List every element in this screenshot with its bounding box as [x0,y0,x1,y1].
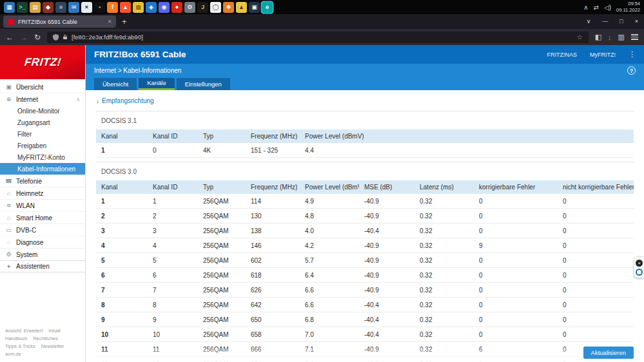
sidebar-item-internet[interactable]: ⊕Internet∧ [0,93,85,105]
back-button[interactable]: ← [6,33,14,42]
chat-app-icon[interactable]: ◉ [159,2,170,13]
network-icon[interactable]: ⇄ [594,4,599,11]
menu-icon[interactable] [631,34,638,40]
diagnose-icon: ◌ [5,239,12,245]
x-server-icon[interactable]: × [81,2,92,13]
footer-link[interactable]: Handbuch [5,336,27,341]
new-tab-button[interactable]: + [122,17,127,26]
url-bar[interactable]: [fe80::2e3a:fdff:fe9d:ab90] ☆ [47,32,589,43]
system-tray: ∧ ⇄ ◁) 09:54 09.11.2022 [583,1,640,14]
package-manager-icon[interactable]: ◆ [43,2,54,13]
table-cell: 256QAM [198,224,246,238]
myfritz-link[interactable]: MyFRITZ! [590,52,616,58]
refresh-button[interactable]: Aktualisieren [583,347,634,359]
settings-app-icon[interactable]: ⚙ [184,2,195,13]
fritznas-link[interactable]: FRITZ!NAS [547,52,578,58]
library-icon[interactable]: ▥ [618,33,625,41]
table-cell: 11 [148,342,198,357]
mail-client-icon[interactable]: ✉ [68,2,79,13]
tab-close-icon[interactable]: × [108,18,112,25]
tab-kanaele[interactable]: Kanäle [139,78,175,90]
sidebar-item-zugangsart[interactable]: Zugangsart [0,117,85,128]
sidebar-item-heimnetz[interactable]: ⌂Heimnetz [0,187,85,199]
file-manager-icon[interactable]: ▤ [30,2,41,13]
code-editor-icon[interactable]: ≡ [55,2,66,13]
image-editor-icon[interactable]: ▩ [133,2,144,13]
ide-icon[interactable]: J [197,2,208,13]
sidebar-item-label: Filter [17,131,32,138]
footer-link[interactable]: Ansicht: Erweitert [5,328,43,334]
widget-extension-icon[interactable] [636,269,643,276]
fritz-logo[interactable]: FRITZ! [0,45,85,79]
extensions-icon[interactable]: ◧ [595,33,601,41]
table-cell: 4.2 [300,238,359,253]
window-maximize-button[interactable]: □ [614,14,629,29]
sidebar-item-system[interactable]: ⚙System [0,248,85,260]
jump-link[interactable]: ↓ Empfangsrichtung [96,97,634,104]
table-cell: 602 [246,253,300,268]
home-network-icon: ⌂ [5,190,12,196]
build-tool-icon[interactable]: ▲ [236,2,247,13]
sidebar-item-label: DVB-C [16,227,36,234]
app-launcher-icon[interactable]: ▦ [4,2,15,13]
bookmark-star-icon[interactable]: ☆ [577,33,583,41]
media-app-icon[interactable]: ● [171,2,182,13]
download-icon[interactable]: ↓ [608,33,612,41]
table-cell: 256QAM [198,209,246,224]
terminal-icon[interactable]: >_ [17,2,28,13]
sidebar-item-kabel-informationen[interactable]: Kabel-Informationen [0,163,85,175]
sidebar-item-online-monitor[interactable]: Online-Monitor [0,105,85,117]
footer-link[interactable]: Inhalt [48,328,60,334]
sidebar-item-freigaben[interactable]: Freigaben [0,140,85,151]
table-cell: 0 [558,298,634,312]
edge-browser-icon[interactable]: e [262,2,273,13]
table-cell: 0.32 [415,253,474,268]
reload-button[interactable]: ↻ [34,33,41,42]
sidebar-item-wlan[interactable]: ≋WLAN [0,199,85,211]
sidebar-item-dvb-c[interactable]: ▭DVB-C [0,224,85,236]
hidden-icons-chevron-icon[interactable]: ∧ [583,4,588,11]
sidebar-item-assistenten[interactable]: ✦Assistenten [0,260,85,272]
table-row: 99256QAM6506.8-40.40.3200 [96,312,634,327]
forward-button[interactable]: → [20,33,28,42]
tracking-shield-icon[interactable] [53,34,59,41]
footer-link[interactable]: avm.de [5,351,21,357]
firefox-browser-icon[interactable]: f [107,2,118,13]
tab-uebersicht[interactable]: Übersicht [94,78,137,90]
browser-tab[interactable]: FRITZ!Box 6591 Cable × [3,15,116,28]
table-cell: 0 [558,253,634,268]
table-cell: 0 [558,327,634,342]
table-cell: 256QAM [198,357,246,362]
modeling-tool-icon[interactable]: ◯ [210,2,221,13]
footer-link[interactable]: Newsletter [41,343,64,349]
url-text[interactable]: [fe80::2e3a:fdff:fe9d:ab90] [72,33,573,41]
sidebar-item-uebersicht[interactable]: ▣Übersicht [0,81,85,93]
table-cell: 0 [474,194,558,209]
table-cell: 10 [148,327,198,342]
tab-list-chevron-icon[interactable]: ∨ [581,14,597,29]
sidebar-item-label: Kabel-Informationen [17,166,75,173]
table-header-row: KanalKanal IDTypFrequenz (MHz)Power Leve… [96,180,634,194]
vm-app-icon[interactable]: ▣ [249,2,260,13]
sidebar-item-diagnose[interactable]: ◌Diagnose [0,236,85,248]
window-close-button[interactable]: × [629,14,644,29]
footer-link[interactable]: Tipps & Tricks [5,343,35,349]
tab-einstellungen[interactable]: Einstellungen [177,78,230,90]
sidebar-item-myfritz-konto[interactable]: MyFRITZ!-Konto [0,151,85,163]
sidebar-item-filter[interactable]: Filter [0,128,85,140]
vscode-editor-icon[interactable]: ◈ [146,2,157,13]
sidebar-item-smart-home[interactable]: ⌂Smart Home [0,211,85,224]
volume-icon[interactable]: ◁) [604,4,611,11]
fox-app-icon[interactable]: ❖ [223,2,234,13]
widget-close-icon[interactable]: × [636,260,643,267]
brave-browser-icon[interactable]: ▲ [120,2,131,13]
console-icon[interactable]: ▪ [94,2,105,13]
sidebar-item-telefonie[interactable]: ☎Telefonie [0,175,85,187]
overflow-menu-icon[interactable]: ⋮ [629,50,636,59]
help-icon[interactable]: ? [627,66,636,75]
window-minimize-button[interactable]: — [596,14,614,29]
footer-link[interactable]: Rechtliches [33,336,58,341]
table-cell: 256QAM [198,298,246,312]
table-cell: 650 [246,312,300,327]
table-cell: 6.8 [300,312,359,327]
